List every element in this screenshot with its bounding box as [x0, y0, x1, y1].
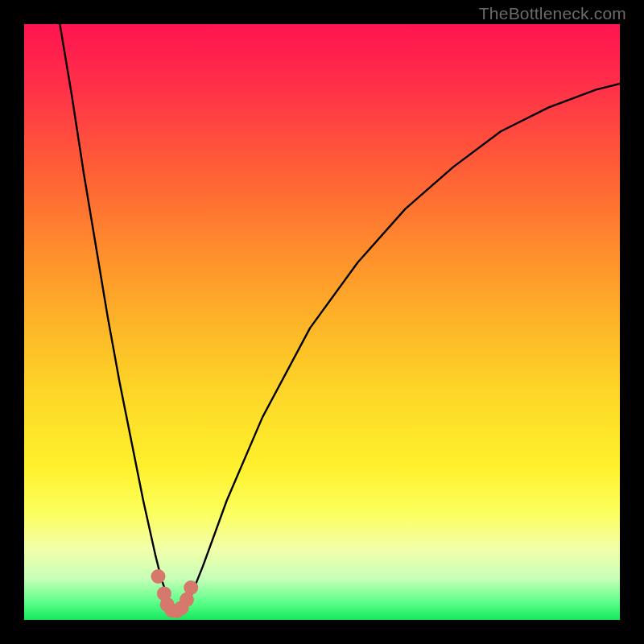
highlight-cluster [151, 569, 199, 618]
chart-frame: TheBottleneck.com [0, 0, 644, 644]
marker-point [184, 580, 198, 595]
plot-area [24, 24, 620, 620]
bottleneck-curve [60, 24, 620, 611]
curve-layer [24, 24, 620, 620]
watermark-text: TheBottleneck.com [479, 4, 626, 23]
marker-point [151, 569, 166, 584]
